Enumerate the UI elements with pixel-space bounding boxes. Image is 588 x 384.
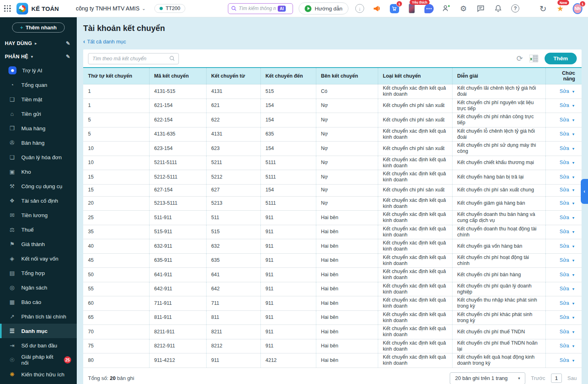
caret-down-icon[interactable]: ▾ (572, 230, 574, 234)
edit-button[interactable]: Sửa (559, 300, 569, 306)
edit-button[interactable]: Sửa (559, 229, 569, 234)
edit-button[interactable]: Sửa (559, 357, 569, 363)
help-icon[interactable]: ? (510, 4, 520, 13)
gear-icon[interactable]: ⚙ (459, 4, 468, 13)
whats-new-icon[interactable]: ★ New (555, 4, 565, 13)
download-icon[interactable]: ↓ (355, 4, 365, 13)
bell-icon[interactable] (493, 4, 503, 13)
edit-button[interactable]: Sửa (559, 146, 569, 151)
edit-button[interactable]: Sửa (559, 286, 569, 292)
section-modules[interactable]: PHÂN HỆ ▾ ✎ (0, 50, 77, 63)
chat-icon[interactable] (424, 4, 434, 13)
sidebar-item-useful-knowledge[interactable]: ❋Kiến thức hữu ích (0, 367, 77, 382)
sidebar-item-deposit[interactable]: ⌂Tiền gửi (0, 107, 77, 121)
pencil-icon[interactable]: ✎ (66, 53, 70, 60)
sidebar-item-reports[interactable]: ▦Báo cáo (0, 295, 77, 309)
add-user-icon[interactable] (441, 4, 451, 13)
sidebar-item-general-ledger[interactable]: ▤Tổng hợp (0, 266, 77, 280)
caret-down-icon[interactable]: ▾ (572, 160, 574, 165)
caret-down-icon[interactable]: ▾ (572, 118, 574, 122)
caret-down-icon[interactable]: ▾ (572, 273, 574, 277)
edit-button[interactable]: Sửa (559, 103, 569, 108)
table-search-input[interactable] (92, 56, 169, 62)
sync-icon[interactable]: ↻ (538, 4, 548, 13)
caret-down-icon[interactable]: ▾ (572, 216, 574, 220)
regime-badge[interactable]: TT200 (154, 4, 185, 13)
sidebar-item-connect-solutions[interactable]: ☉Giải pháp kết nối25 (0, 353, 77, 367)
sidebar-item-overview[interactable]: ◔Tổng quan (0, 78, 77, 92)
sidebar-item-ai-assistant[interactable]: ☻Trợ lý AI (0, 63, 77, 78)
sidebar-item-warehouse[interactable]: ▣Kho (0, 164, 77, 179)
prev-page-button[interactable]: Trước (531, 375, 545, 381)
caret-down-icon[interactable]: ▾ (572, 330, 574, 334)
mobile-app-icon[interactable]: Yêu thích (407, 4, 416, 13)
table-cell: 70 (83, 325, 149, 339)
sidebar-item-tax[interactable]: ⚖Thuế (0, 222, 77, 237)
table-search[interactable] (88, 53, 179, 64)
sidebar-item-tools-supplies[interactable]: ⚒Công cụ dụng cụ (0, 179, 77, 193)
caret-down-icon[interactable]: ▾ (572, 132, 574, 136)
edit-button[interactable]: Sửa (559, 117, 569, 123)
megaphone-icon[interactable] (372, 4, 382, 13)
sidebar-item-purchasing[interactable]: ❒Mua hàng (0, 121, 77, 136)
sidebar-item-sales[interactable]: ✇Bán hàng (0, 136, 77, 150)
guide-button[interactable]: Hướng dẫn (299, 2, 348, 14)
app-grid-icon[interactable] (4, 5, 11, 12)
collapse-panel-handle[interactable]: ‹ (581, 179, 588, 204)
section-favorites[interactable]: HAY DÙNG ▸ ✎ (0, 37, 77, 50)
caret-down-icon[interactable]: ▾ (572, 358, 574, 363)
excel-export-icon[interactable]: x (529, 55, 538, 62)
edit-button[interactable]: Sửa (559, 187, 569, 193)
sidebar-item-cash[interactable]: ❑Tiền mặt (0, 92, 77, 107)
sidebar-item-costing[interactable]: ⚑Giá thành (0, 237, 77, 251)
add-button[interactable]: Thêm (545, 53, 577, 64)
caret-down-icon[interactable]: ▾ (572, 146, 574, 151)
sidebar-item-categories[interactable]: ☰Danh mục (0, 324, 77, 338)
edit-button[interactable]: Sửa (559, 215, 569, 220)
edit-button[interactable]: Sửa (559, 343, 569, 349)
edit-button[interactable]: Sửa (559, 200, 569, 206)
caret-down-icon[interactable]: ▾ (572, 201, 574, 205)
store-cart-icon[interactable]: 1 (389, 4, 399, 13)
sidebar-item-invoice-management[interactable]: ❏Quản lý hóa đơn (0, 150, 77, 164)
sidebar-item-opening-balance[interactable]: ⇥Số dư ban đầu (0, 338, 77, 353)
pencil-icon[interactable]: ✎ (66, 40, 70, 46)
edit-button[interactable]: Sửa (559, 160, 569, 165)
avatar[interactable]: Nh 1 (573, 4, 582, 13)
smart-search[interactable]: AI (228, 3, 293, 14)
action-cell: Sửa▾ (545, 170, 582, 185)
edit-button[interactable]: Sửa (559, 314, 569, 320)
edit-button[interactable]: Sửa (559, 131, 569, 137)
edit-button[interactable]: Sửa (559, 174, 569, 180)
edit-button[interactable]: Sửa (559, 257, 569, 263)
company-selector[interactable]: công ty TNHH MTV AMIS ⌄ (76, 5, 146, 12)
caret-down-icon[interactable]: ▾ (572, 301, 574, 306)
refresh-icon[interactable]: ⟳ (516, 55, 523, 62)
breadcrumb[interactable]: ‹ Tất cả danh mục (83, 38, 582, 45)
caret-down-icon[interactable]: ▾ (572, 103, 574, 108)
sidebar-item-loan-connect[interactable]: ◈Kết nối vay vốn (0, 251, 77, 266)
caret-down-icon[interactable]: ▾ (572, 175, 574, 179)
caret-down-icon[interactable]: ▾ (572, 244, 574, 248)
current-page[interactable]: 1 (551, 374, 562, 383)
edit-button[interactable]: Sửa (559, 88, 569, 94)
caret-down-icon[interactable]: ▾ (572, 315, 574, 320)
caret-down-icon[interactable]: ▾ (572, 287, 574, 291)
caret-down-icon[interactable]: ▾ (572, 188, 574, 192)
caret-down-icon[interactable]: ▾ (572, 258, 574, 263)
edit-button[interactable]: Sửa (559, 272, 569, 277)
page-size-select[interactable]: 20 bản ghi trên 1 trang ▾ (450, 372, 525, 384)
sidebar-item-fixed-assets[interactable]: ❖Tài sản cố định (0, 193, 77, 208)
sidebar-item-budget[interactable]: ◎Ngân sách (0, 280, 77, 295)
table-cell: 642-911 (149, 282, 206, 296)
feedback-icon[interactable] (476, 4, 486, 13)
next-page-button[interactable]: Sau (568, 375, 577, 381)
caret-down-icon[interactable]: ▾ (572, 89, 574, 94)
edit-button[interactable]: Sửa (559, 329, 569, 335)
sidebar-item-financial-analysis[interactable]: ↗Phân tích tài chính (0, 309, 77, 324)
edit-button[interactable]: Sửa (559, 243, 569, 249)
quick-add-button[interactable]: + Thêm nhanh (12, 23, 65, 33)
caret-down-icon[interactable]: ▾ (572, 344, 574, 348)
smart-search-input[interactable] (239, 6, 276, 11)
sidebar-item-payroll[interactable]: ✉Tiền lương (0, 208, 77, 222)
